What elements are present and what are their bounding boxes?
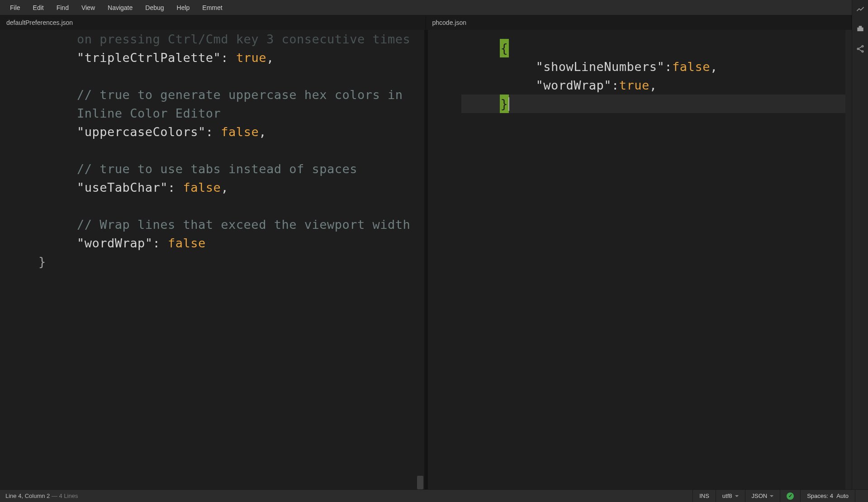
status-language[interactable]: JSON <box>745 490 780 502</box>
colon: : <box>221 51 236 65</box>
json-key: "uppercaseColors" <box>77 125 206 139</box>
status-lint-ok[interactable]: ✓ <box>780 490 800 502</box>
editor-pane-left[interactable]: on pressing Ctrl/Cmd key 3 consecutive t… <box>0 30 424 489</box>
menu-view[interactable]: View <box>75 1 101 14</box>
status-cursor-position[interactable]: Line 4, Column 2 — 4 Lines <box>0 493 83 499</box>
status-indent-auto: Auto <box>836 493 849 499</box>
status-indent-label: Spaces: 4 <box>807 493 833 499</box>
json-key: "useTabChar" <box>77 180 168 194</box>
open-brace-match: { <box>500 39 509 57</box>
scrollbar-thumb[interactable] <box>417 476 423 489</box>
code-line: "uppercaseColors": false, <box>38 123 420 141</box>
extensions-icon[interactable] <box>855 24 866 34</box>
code-comment: // true to generate uppercase hex colors… <box>38 85 420 123</box>
live-preview-icon[interactable] <box>855 4 866 14</box>
code-line: "showLineNumbers": false, <box>428 57 852 76</box>
json-bool: true <box>236 51 266 65</box>
side-toolbar <box>852 0 868 489</box>
gutter <box>428 30 461 489</box>
check-icon: ✓ <box>787 493 794 500</box>
close-brace: } <box>38 252 420 271</box>
menu-find[interactable]: Find <box>50 1 75 14</box>
scrollbar-track[interactable] <box>845 30 852 489</box>
code-left[interactable]: on pressing Ctrl/Cmd key 3 consecutive t… <box>0 30 424 271</box>
json-key: "wordWrap" <box>536 76 612 95</box>
status-chat-icon[interactable] <box>855 490 868 502</box>
status-indent[interactable]: Spaces: 4 Auto <box>800 490 855 502</box>
text-cursor <box>508 97 509 111</box>
status-bar: Line 4, Column 2 — 4 Lines INS utf8 JSON… <box>0 489 868 502</box>
status-cursor-text: Line 4, Column 2 <box>5 493 50 499</box>
json-key: "tripleCtrlPalette" <box>77 51 221 65</box>
menu-debug[interactable]: Debug <box>139 1 170 14</box>
code-line: "useTabChar": false, <box>38 178 420 197</box>
menubar: File Edit Find View Navigate Debug Help … <box>0 0 852 15</box>
code-line: "tripleCtrlPalette": true, <box>38 48 420 67</box>
tab-row: defaultPreferences.json phcode.json <box>0 15 852 30</box>
code-right[interactable]: ▼ { "showLineNumbers": false, "wordWrap"… <box>428 30 852 113</box>
status-linecount: — 4 Lines <box>50 493 78 499</box>
editor-pane-right[interactable]: ▼ { "showLineNumbers": false, "wordWrap"… <box>428 30 852 489</box>
tab-left-file[interactable]: defaultPreferences.json <box>0 15 426 30</box>
app-root: File Edit Find View Navigate Debug Help … <box>0 0 868 502</box>
json-key: "showLineNumbers" <box>536 57 665 76</box>
menu-navigate[interactable]: Navigate <box>101 1 139 14</box>
pane-splitter[interactable] <box>424 30 428 489</box>
editor-split: on pressing Ctrl/Cmd key 3 consecutive t… <box>0 30 852 489</box>
menu-emmet[interactable]: Emmet <box>196 1 228 14</box>
svg-point-0 <box>862 46 863 47</box>
code-line: "wordWrap": true, <box>428 76 852 95</box>
status-encoding[interactable]: utf8 <box>716 490 745 502</box>
code-comment: // true to use tabs instead of spaces <box>38 160 420 178</box>
svg-point-2 <box>862 51 863 52</box>
code-line-active: } <box>428 95 852 113</box>
tab-right-file[interactable]: phcode.json <box>426 15 852 30</box>
code-comment-partial: on pressing Ctrl/Cmd key 3 consecutive t… <box>38 30 420 48</box>
json-bool: false <box>183 180 221 194</box>
code-line: ▼ { <box>428 39 852 57</box>
share-icon[interactable] <box>855 43 866 54</box>
menu-file[interactable]: File <box>4 1 27 14</box>
close-brace-match: } <box>500 95 509 113</box>
json-bool: false <box>168 236 206 250</box>
json-bool: false <box>221 125 259 139</box>
menu-edit[interactable]: Edit <box>27 1 50 14</box>
json-key: "wordWrap" <box>77 236 153 250</box>
svg-point-1 <box>857 48 859 49</box>
status-insert-mode[interactable]: INS <box>693 490 716 502</box>
code-comment: // Wrap lines that exceed the viewport w… <box>38 215 420 234</box>
json-bool: true <box>619 76 650 95</box>
json-bool: false <box>672 57 710 76</box>
svg-line-4 <box>859 49 862 51</box>
code-line: "wordWrap": false <box>38 234 420 252</box>
svg-line-3 <box>859 47 862 48</box>
menu-help[interactable]: Help <box>171 1 196 14</box>
